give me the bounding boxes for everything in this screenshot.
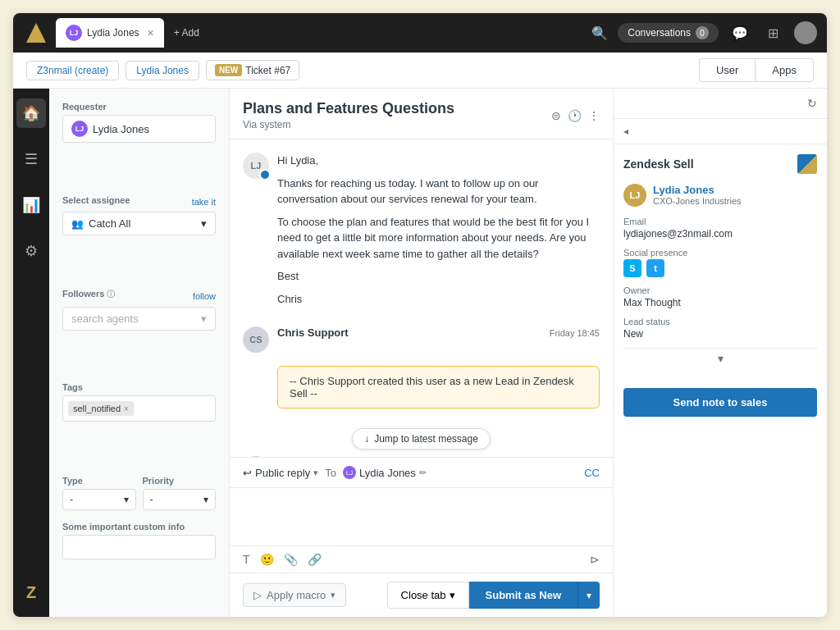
send-note-button[interactable]: Send note to sales (623, 388, 817, 417)
inbox-icon[interactable]: ☰ (16, 144, 46, 174)
email-label: Email (623, 217, 817, 226)
history-icon[interactable]: 🕐 (568, 109, 582, 122)
message-content: Hi Lydia, Thanks for reaching us today. … (277, 153, 600, 313)
conversation-body: LJ Hi Lydia, Thanks for reaching us toda… (230, 139, 613, 457)
second-bar-right: User Apps (699, 58, 814, 82)
expand-button[interactable]: ▾ (623, 348, 817, 368)
tab-area: LJ Lydia Jones × + Add (56, 18, 585, 48)
assignee-dropdown[interactable]: 👥 Catch All ▾ (62, 212, 216, 235)
right-panel: ↻ ◂ Zendesk Sell LJ Lydia Jo (614, 89, 827, 617)
bottom-right-buttons: Close tab ▾ Submit as New ▾ (387, 582, 600, 609)
text-format-icon[interactable]: T (243, 553, 250, 566)
main-panel: Plans and Features Questions Via system … (230, 89, 614, 617)
refresh-icon[interactable]: ↻ (807, 97, 817, 110)
settings-icon[interactable]: ⚙ (16, 236, 46, 266)
ticket-tab[interactable]: NEW Ticket #67 (206, 60, 299, 80)
chevron-down-icon: ▾ (201, 217, 207, 230)
twitter-icon[interactable]: t (646, 259, 664, 277)
apply-macro-button[interactable]: ▷ Apply macro ▾ (243, 583, 346, 607)
collapse-button[interactable]: ◂ (614, 119, 827, 144)
message-avatar: LJ (243, 153, 269, 179)
active-tab[interactable]: LJ Lydia Jones × (56, 18, 164, 48)
system-msg-text: -- Chris Support created this user as a … (290, 375, 587, 399)
expand-chevron-icon: ▾ (718, 352, 724, 365)
search-icon[interactable]: 🔍 (591, 25, 608, 41)
system-msg-header: Chris Support Friday 18:45 (277, 326, 600, 342)
zendesk-bottom-logo: Z (16, 578, 46, 607)
avatar-badge (259, 169, 271, 180)
type-label: Type (62, 476, 136, 486)
ticket-title: Plans and Features Questions (243, 100, 454, 117)
priority-dropdown[interactable]: - ▾ (143, 489, 217, 510)
more-reply-icon[interactable]: ⊳ (590, 553, 600, 566)
close-tab-chevron: ▾ (450, 589, 455, 601)
grid-icon[interactable]: ⊞ (761, 21, 784, 44)
home-icon[interactable]: 🏠 (16, 98, 46, 128)
requester-input[interactable]: LJ Lydia Jones (62, 115, 216, 143)
logo-shape (26, 23, 46, 43)
macro-chevron: ▾ (331, 590, 336, 600)
chevron-down-icon: ▾ (201, 313, 207, 325)
tags-container[interactable]: sell_notified × (62, 395, 216, 422)
reply-type-button[interactable]: ↩ Public reply ▾ (243, 467, 318, 479)
custom-text-input[interactable] (62, 535, 216, 559)
breadcrumb-bar: Z3nmail (create) Lydia Jones NEW Ticket … (13, 52, 827, 89)
requester-label: Requester (62, 102, 216, 112)
ticket-header-actions: ⊜ 🕐 ⋮ (551, 109, 600, 122)
custom-field: Some important custom info (62, 522, 216, 604)
close-tab-button[interactable]: Close tab ▾ (387, 582, 469, 609)
follow-link[interactable]: follow (193, 291, 216, 301)
reply-type-chevron: ▾ (313, 468, 318, 478)
priority-label: Priority (143, 476, 217, 486)
user-button[interactable]: User (699, 58, 755, 82)
chevron-down-icon: ▾ (203, 494, 208, 505)
analytics-icon[interactable]: 📊 (16, 190, 46, 220)
system-msg-sender: Chris Support (277, 326, 349, 339)
tag-item: sell_notified × (68, 401, 134, 416)
search-agents-input[interactable]: search agents ▾ (62, 307, 216, 331)
ticket-header-row: Plans and Features Questions Via system … (243, 100, 600, 130)
email-value: lydiajones@z3nmail.com (623, 228, 817, 240)
type-field: Type - ▾ (62, 476, 136, 510)
lead-status-field: Lead status New (623, 317, 817, 340)
jump-to-latest-button[interactable]: ↓ Jump to latest message (352, 428, 491, 450)
edit-recipient-icon[interactable]: ✏ (419, 468, 427, 478)
submit-button[interactable]: Submit as New (469, 582, 578, 609)
lead-status-label: Lead status (623, 317, 817, 326)
requester-avatar: LJ (71, 121, 88, 137)
z3nmail-tab[interactable]: Z3nmail (create) (26, 61, 119, 80)
tag-remove-icon[interactable]: × (124, 404, 129, 413)
social-label: Social presence (623, 248, 817, 258)
user-avatar[interactable] (794, 21, 817, 44)
type-dropdown[interactable]: - ▾ (62, 489, 136, 510)
contact-name[interactable]: Lydia Jones (653, 184, 817, 196)
add-tab-button[interactable]: + Add (167, 24, 206, 42)
tab-name: Lydia Jones (87, 27, 139, 39)
submit-dropdown-button[interactable]: ▾ (578, 582, 600, 609)
reply-compose[interactable] (230, 488, 613, 546)
system-message-row: CS Chris Support Friday 18:45 (243, 326, 600, 353)
link-icon[interactable]: 🔗 (308, 553, 322, 566)
conversations-button[interactable]: Conversations 0 (618, 23, 719, 43)
emoji-icon[interactable]: 🙂 (260, 553, 274, 566)
skype-icon[interactable]: S (623, 259, 641, 277)
chat-icon[interactable]: 💬 (728, 21, 751, 44)
cc-button[interactable]: CC (584, 467, 600, 479)
system-msg-time: Friday 18:45 (550, 328, 600, 338)
apps-button[interactable]: Apps (755, 58, 814, 82)
conversations-count: 0 (696, 26, 709, 39)
filter-icon[interactable]: ⊜ (551, 109, 561, 122)
contact-company: CXO-Jones Industries (653, 196, 817, 206)
more-options-icon[interactable]: ⋮ (588, 109, 600, 122)
attach-icon[interactable]: 📎 (284, 553, 298, 566)
take-it-link[interactable]: take it (192, 197, 216, 207)
lydia-jones-tab[interactable]: Lydia Jones (126, 61, 199, 80)
tags-label: Tags (62, 382, 216, 392)
people-icon: 👥 (71, 218, 84, 230)
tab-close-icon[interactable]: × (148, 26, 154, 39)
reply-area: ↩ Public reply ▾ To LJ Lydia Jones ✏ CC (230, 457, 613, 573)
owner-label: Owner (623, 285, 817, 295)
sell-title: Zendesk Sell (623, 158, 694, 171)
type-priority-row: Type - ▾ Priority - ▾ (62, 476, 216, 510)
left-side-nav: 🏠 ☰ 📊 ⚙ Z (13, 89, 49, 617)
